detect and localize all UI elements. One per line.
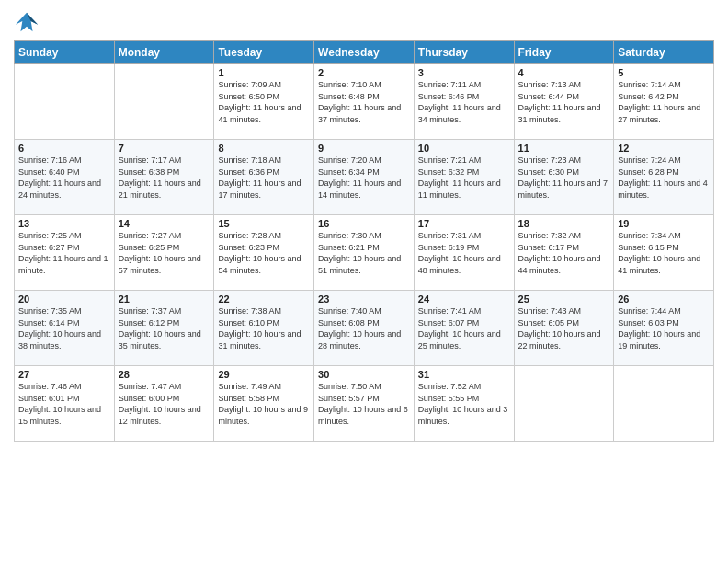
day-info: Sunrise: 7:37 AM Sunset: 6:12 PM Dayligh… <box>119 305 210 351</box>
day-number: 5 <box>618 67 710 78</box>
day-info: Sunrise: 7:46 AM Sunset: 6:01 PM Dayligh… <box>18 381 110 427</box>
day-info: Sunrise: 7:16 AM Sunset: 6:40 PM Dayligh… <box>18 155 110 201</box>
day-info: Sunrise: 7:24 AM Sunset: 6:28 PM Dayligh… <box>618 155 710 201</box>
day-number: 22 <box>218 293 310 304</box>
day-info: Sunrise: 7:52 AM Sunset: 5:55 PM Dayligh… <box>418 381 510 427</box>
weekday-header-row: SundayMondayTuesdayWednesdayThursdayFrid… <box>15 41 714 64</box>
calendar-cell: 29Sunrise: 7:49 AM Sunset: 5:58 PM Dayli… <box>214 366 314 442</box>
calendar-cell <box>15 64 115 140</box>
day-number: 17 <box>418 218 510 229</box>
day-info: Sunrise: 7:13 AM Sunset: 6:44 PM Dayligh… <box>518 79 610 125</box>
calendar-cell: 1Sunrise: 7:09 AM Sunset: 6:50 PM Daylig… <box>214 64 314 140</box>
weekday-friday: Friday <box>514 41 614 64</box>
calendar-cell <box>614 366 714 442</box>
calendar-cell: 20Sunrise: 7:35 AM Sunset: 6:14 PM Dayli… <box>15 291 115 366</box>
calendar-week-2: 6Sunrise: 7:16 AM Sunset: 6:40 PM Daylig… <box>15 140 714 215</box>
weekday-wednesday: Wednesday <box>314 41 415 64</box>
calendar-cell: 11Sunrise: 7:23 AM Sunset: 6:30 PM Dayli… <box>514 140 614 215</box>
day-number: 11 <box>518 143 610 154</box>
calendar-week-5: 27Sunrise: 7:46 AM Sunset: 6:01 PM Dayli… <box>15 366 714 442</box>
day-info: Sunrise: 7:41 AM Sunset: 6:07 PM Dayligh… <box>418 305 510 351</box>
day-info: Sunrise: 7:44 AM Sunset: 6:03 PM Dayligh… <box>618 305 710 351</box>
calendar-cell: 2Sunrise: 7:10 AM Sunset: 6:48 PM Daylig… <box>314 64 415 140</box>
day-number: 7 <box>119 143 210 154</box>
day-number: 23 <box>318 293 410 304</box>
day-info: Sunrise: 7:30 AM Sunset: 6:21 PM Dayligh… <box>318 230 410 276</box>
day-number: 27 <box>18 369 110 380</box>
calendar-cell: 24Sunrise: 7:41 AM Sunset: 6:07 PM Dayli… <box>414 291 514 366</box>
day-info: Sunrise: 7:10 AM Sunset: 6:48 PM Dayligh… <box>318 79 410 125</box>
day-number: 24 <box>418 293 510 304</box>
day-number: 2 <box>318 67 410 78</box>
calendar-cell: 15Sunrise: 7:28 AM Sunset: 6:23 PM Dayli… <box>214 215 314 291</box>
calendar-cell: 6Sunrise: 7:16 AM Sunset: 6:40 PM Daylig… <box>15 140 115 215</box>
day-number: 14 <box>119 218 210 229</box>
day-info: Sunrise: 7:14 AM Sunset: 6:42 PM Dayligh… <box>618 79 710 125</box>
weekday-sunday: Sunday <box>15 41 115 64</box>
day-number: 30 <box>318 369 410 380</box>
day-number: 15 <box>218 218 310 229</box>
day-number: 19 <box>618 218 710 229</box>
calendar-cell: 12Sunrise: 7:24 AM Sunset: 6:28 PM Dayli… <box>614 140 714 215</box>
day-number: 25 <box>518 293 610 304</box>
calendar-cell: 14Sunrise: 7:27 AM Sunset: 6:25 PM Dayli… <box>114 215 214 291</box>
logo <box>14 9 43 35</box>
day-number: 13 <box>18 218 110 229</box>
day-info: Sunrise: 7:47 AM Sunset: 6:00 PM Dayligh… <box>119 381 210 427</box>
day-number: 21 <box>119 293 210 304</box>
calendar-cell: 28Sunrise: 7:47 AM Sunset: 6:00 PM Dayli… <box>114 366 214 442</box>
calendar-page: SundayMondayTuesdayWednesdayThursdayFrid… <box>0 0 728 563</box>
day-number: 28 <box>119 369 210 380</box>
calendar-cell: 17Sunrise: 7:31 AM Sunset: 6:19 PM Dayli… <box>414 215 514 291</box>
calendar-cell <box>514 366 614 442</box>
weekday-saturday: Saturday <box>614 41 714 64</box>
day-number: 4 <box>518 67 610 78</box>
weekday-tuesday: Tuesday <box>214 41 314 64</box>
calendar-cell: 27Sunrise: 7:46 AM Sunset: 6:01 PM Dayli… <box>15 366 115 442</box>
day-info: Sunrise: 7:25 AM Sunset: 6:27 PM Dayligh… <box>18 230 110 276</box>
calendar-week-4: 20Sunrise: 7:35 AM Sunset: 6:14 PM Dayli… <box>15 291 714 366</box>
day-info: Sunrise: 7:20 AM Sunset: 6:34 PM Dayligh… <box>318 155 410 201</box>
day-info: Sunrise: 7:21 AM Sunset: 6:32 PM Dayligh… <box>418 155 510 201</box>
calendar-cell: 25Sunrise: 7:43 AM Sunset: 6:05 PM Dayli… <box>514 291 614 366</box>
calendar-cell: 7Sunrise: 7:17 AM Sunset: 6:38 PM Daylig… <box>114 140 214 215</box>
calendar-cell: 10Sunrise: 7:21 AM Sunset: 6:32 PM Dayli… <box>414 140 514 215</box>
day-number: 10 <box>418 143 510 154</box>
day-number: 20 <box>18 293 110 304</box>
day-number: 16 <box>318 218 410 229</box>
day-info: Sunrise: 7:40 AM Sunset: 6:08 PM Dayligh… <box>318 305 410 351</box>
day-info: Sunrise: 7:49 AM Sunset: 5:58 PM Dayligh… <box>218 381 310 427</box>
calendar-cell: 3Sunrise: 7:11 AM Sunset: 6:46 PM Daylig… <box>414 64 514 140</box>
day-number: 18 <box>518 218 610 229</box>
day-info: Sunrise: 7:23 AM Sunset: 6:30 PM Dayligh… <box>518 155 610 201</box>
day-info: Sunrise: 7:35 AM Sunset: 6:14 PM Dayligh… <box>18 305 110 351</box>
calendar-cell: 26Sunrise: 7:44 AM Sunset: 6:03 PM Dayli… <box>614 291 714 366</box>
logo-icon <box>14 9 40 35</box>
day-info: Sunrise: 7:11 AM Sunset: 6:46 PM Dayligh… <box>418 79 510 125</box>
day-info: Sunrise: 7:34 AM Sunset: 6:15 PM Dayligh… <box>618 230 710 276</box>
calendar-cell: 23Sunrise: 7:40 AM Sunset: 6:08 PM Dayli… <box>314 291 415 366</box>
day-number: 26 <box>618 293 710 304</box>
day-info: Sunrise: 7:31 AM Sunset: 6:19 PM Dayligh… <box>418 230 510 276</box>
calendar-table: SundayMondayTuesdayWednesdayThursdayFrid… <box>14 40 714 442</box>
calendar-cell: 22Sunrise: 7:38 AM Sunset: 6:10 PM Dayli… <box>214 291 314 366</box>
calendar-cell: 16Sunrise: 7:30 AM Sunset: 6:21 PM Dayli… <box>314 215 415 291</box>
day-number: 8 <box>218 143 310 154</box>
calendar-cell: 21Sunrise: 7:37 AM Sunset: 6:12 PM Dayli… <box>114 291 214 366</box>
calendar-cell: 5Sunrise: 7:14 AM Sunset: 6:42 PM Daylig… <box>614 64 714 140</box>
day-info: Sunrise: 7:09 AM Sunset: 6:50 PM Dayligh… <box>218 79 310 125</box>
weekday-thursday: Thursday <box>414 41 514 64</box>
day-info: Sunrise: 7:17 AM Sunset: 6:38 PM Dayligh… <box>119 155 210 201</box>
day-info: Sunrise: 7:18 AM Sunset: 6:36 PM Dayligh… <box>218 155 310 201</box>
calendar-cell: 9Sunrise: 7:20 AM Sunset: 6:34 PM Daylig… <box>314 140 415 215</box>
day-info: Sunrise: 7:28 AM Sunset: 6:23 PM Dayligh… <box>218 230 310 276</box>
calendar-week-1: 1Sunrise: 7:09 AM Sunset: 6:50 PM Daylig… <box>15 64 714 140</box>
day-info: Sunrise: 7:27 AM Sunset: 6:25 PM Dayligh… <box>119 230 210 276</box>
calendar-cell: 4Sunrise: 7:13 AM Sunset: 6:44 PM Daylig… <box>514 64 614 140</box>
day-info: Sunrise: 7:50 AM Sunset: 5:57 PM Dayligh… <box>318 381 410 427</box>
calendar-cell: 18Sunrise: 7:32 AM Sunset: 6:17 PM Dayli… <box>514 215 614 291</box>
calendar-cell: 8Sunrise: 7:18 AM Sunset: 6:36 PM Daylig… <box>214 140 314 215</box>
day-number: 12 <box>618 143 710 154</box>
calendar-body: 1Sunrise: 7:09 AM Sunset: 6:50 PM Daylig… <box>15 64 714 442</box>
calendar-cell: 31Sunrise: 7:52 AM Sunset: 5:55 PM Dayli… <box>414 366 514 442</box>
